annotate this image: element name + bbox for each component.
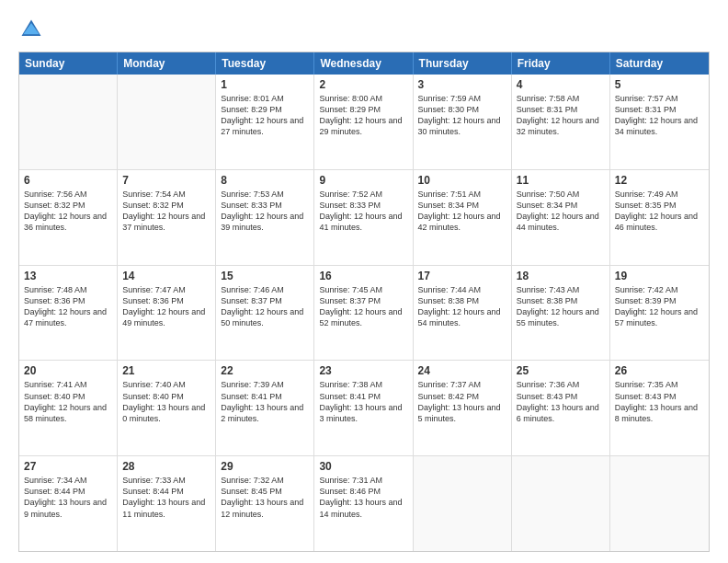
day-info: Sunrise: 7:56 AM Sunset: 8:32 PM Dayligh… (24, 189, 112, 234)
day-info: Sunrise: 7:41 AM Sunset: 8:40 PM Dayligh… (24, 379, 112, 424)
calendar-cell: 3Sunrise: 7:59 AM Sunset: 8:30 PM Daylig… (414, 75, 512, 169)
day-number: 29 (221, 460, 309, 473)
calendar-cell: 17Sunrise: 7:44 AM Sunset: 8:38 PM Dayli… (414, 266, 512, 361)
day-info: Sunrise: 7:44 AM Sunset: 8:38 PM Dayligh… (418, 284, 506, 329)
day-number: 26 (615, 364, 704, 377)
calendar-cell: 16Sunrise: 7:45 AM Sunset: 8:37 PM Dayli… (314, 266, 413, 361)
day-info: Sunrise: 7:49 AM Sunset: 8:35 PM Dayligh… (615, 189, 704, 234)
day-number: 18 (517, 270, 605, 282)
day-info: Sunrise: 7:58 AM Sunset: 8:31 PM Dayligh… (517, 93, 605, 138)
calendar-cell: 28Sunrise: 7:33 AM Sunset: 8:44 PM Dayli… (118, 456, 216, 551)
day-of-week-header: Friday (512, 52, 610, 75)
calendar-cell: 26Sunrise: 7:35 AM Sunset: 8:43 PM Dayli… (610, 361, 709, 455)
header (18, 17, 710, 42)
calendar-cell: 15Sunrise: 7:46 AM Sunset: 8:37 PM Dayli… (216, 266, 314, 361)
day-number: 7 (122, 174, 210, 187)
calendar-cell: 13Sunrise: 7:48 AM Sunset: 8:36 PM Dayli… (19, 266, 118, 361)
calendar-cell (118, 75, 216, 169)
day-number: 4 (517, 78, 605, 91)
day-info: Sunrise: 7:36 AM Sunset: 8:43 PM Dayligh… (517, 379, 605, 424)
calendar-week-row: 1Sunrise: 8:01 AM Sunset: 8:29 PM Daylig… (19, 75, 709, 170)
day-info: Sunrise: 7:59 AM Sunset: 8:30 PM Dayligh… (418, 93, 506, 138)
day-number: 5 (615, 78, 704, 91)
day-info: Sunrise: 7:46 AM Sunset: 8:37 PM Dayligh… (221, 284, 309, 329)
day-number: 25 (517, 364, 605, 377)
day-info: Sunrise: 7:50 AM Sunset: 8:34 PM Dayligh… (517, 189, 605, 234)
day-info: Sunrise: 7:57 AM Sunset: 8:31 PM Dayligh… (615, 93, 704, 138)
day-number: 2 (319, 78, 407, 91)
calendar-cell: 2Sunrise: 8:00 AM Sunset: 8:29 PM Daylig… (314, 75, 413, 169)
calendar-cell: 23Sunrise: 7:38 AM Sunset: 8:41 PM Dayli… (314, 361, 413, 455)
day-of-week-header: Sunday (19, 52, 118, 75)
day-info: Sunrise: 7:42 AM Sunset: 8:39 PM Dayligh… (615, 284, 704, 329)
calendar-cell: 4Sunrise: 7:58 AM Sunset: 8:31 PM Daylig… (512, 75, 610, 169)
calendar-cell: 14Sunrise: 7:47 AM Sunset: 8:36 PM Dayli… (118, 266, 216, 361)
day-number: 23 (319, 364, 407, 377)
calendar-cell: 21Sunrise: 7:40 AM Sunset: 8:40 PM Dayli… (118, 361, 216, 455)
calendar-week-row: 6Sunrise: 7:56 AM Sunset: 8:32 PM Daylig… (19, 170, 709, 266)
calendar-week-row: 13Sunrise: 7:48 AM Sunset: 8:36 PM Dayli… (19, 266, 709, 362)
calendar-cell: 20Sunrise: 7:41 AM Sunset: 8:40 PM Dayli… (19, 361, 118, 455)
logo-icon (18, 17, 44, 42)
day-info: Sunrise: 7:40 AM Sunset: 8:40 PM Dayligh… (122, 379, 210, 424)
calendar-cell: 24Sunrise: 7:37 AM Sunset: 8:42 PM Dayli… (414, 361, 512, 455)
calendar-header: SundayMondayTuesdayWednesdayThursdayFrid… (19, 52, 709, 75)
day-number: 6 (24, 174, 112, 187)
calendar-cell: 18Sunrise: 7:43 AM Sunset: 8:38 PM Dayli… (512, 266, 610, 361)
day-number: 13 (24, 270, 112, 282)
day-number: 17 (418, 270, 506, 282)
calendar-cell (512, 456, 610, 551)
day-info: Sunrise: 7:48 AM Sunset: 8:36 PM Dayligh… (24, 284, 112, 329)
day-info: Sunrise: 7:52 AM Sunset: 8:33 PM Dayligh… (319, 189, 407, 234)
day-info: Sunrise: 7:53 AM Sunset: 8:33 PM Dayligh… (221, 189, 309, 234)
day-number: 15 (221, 270, 309, 282)
day-number: 1 (221, 78, 309, 91)
day-number: 27 (24, 460, 112, 473)
day-info: Sunrise: 7:35 AM Sunset: 8:43 PM Dayligh… (615, 379, 704, 424)
calendar-week-row: 27Sunrise: 7:34 AM Sunset: 8:44 PM Dayli… (19, 456, 709, 551)
day-of-week-header: Saturday (610, 52, 709, 75)
calendar-cell: 30Sunrise: 7:31 AM Sunset: 8:46 PM Dayli… (314, 456, 413, 551)
day-info: Sunrise: 7:43 AM Sunset: 8:38 PM Dayligh… (517, 284, 605, 329)
calendar-cell (414, 456, 512, 551)
day-number: 24 (418, 364, 506, 377)
calendar-cell (610, 456, 709, 551)
calendar-cell: 7Sunrise: 7:54 AM Sunset: 8:32 PM Daylig… (118, 170, 216, 265)
day-of-week-header: Thursday (414, 52, 512, 75)
day-info: Sunrise: 7:33 AM Sunset: 8:44 PM Dayligh… (122, 475, 210, 520)
day-info: Sunrise: 7:47 AM Sunset: 8:36 PM Dayligh… (122, 284, 210, 329)
calendar-body: 1Sunrise: 8:01 AM Sunset: 8:29 PM Daylig… (19, 75, 709, 551)
day-number: 14 (122, 270, 210, 282)
calendar-cell: 12Sunrise: 7:49 AM Sunset: 8:35 PM Dayli… (610, 170, 709, 265)
calendar-cell: 1Sunrise: 8:01 AM Sunset: 8:29 PM Daylig… (216, 75, 314, 169)
logo (18, 17, 48, 42)
day-number: 16 (319, 270, 407, 282)
svg-marker-1 (23, 23, 40, 34)
calendar-cell: 29Sunrise: 7:32 AM Sunset: 8:45 PM Dayli… (216, 456, 314, 551)
calendar-cell: 25Sunrise: 7:36 AM Sunset: 8:43 PM Dayli… (512, 361, 610, 455)
day-info: Sunrise: 8:01 AM Sunset: 8:29 PM Dayligh… (221, 93, 309, 138)
calendar: SundayMondayTuesdayWednesdayThursdayFrid… (18, 52, 710, 552)
day-number: 30 (319, 460, 407, 473)
day-number: 8 (221, 174, 309, 187)
page: SundayMondayTuesdayWednesdayThursdayFrid… (0, 0, 728, 563)
day-info: Sunrise: 7:39 AM Sunset: 8:41 PM Dayligh… (221, 379, 309, 424)
day-number: 20 (24, 364, 112, 377)
day-info: Sunrise: 7:38 AM Sunset: 8:41 PM Dayligh… (319, 379, 407, 424)
day-of-week-header: Tuesday (216, 52, 314, 75)
calendar-cell: 22Sunrise: 7:39 AM Sunset: 8:41 PM Dayli… (216, 361, 314, 455)
day-info: Sunrise: 7:45 AM Sunset: 8:37 PM Dayligh… (319, 284, 407, 329)
calendar-cell: 5Sunrise: 7:57 AM Sunset: 8:31 PM Daylig… (610, 75, 709, 169)
day-info: Sunrise: 7:31 AM Sunset: 8:46 PM Dayligh… (319, 475, 407, 520)
day-info: Sunrise: 7:34 AM Sunset: 8:44 PM Dayligh… (24, 475, 112, 520)
calendar-cell: 6Sunrise: 7:56 AM Sunset: 8:32 PM Daylig… (19, 170, 118, 265)
day-info: Sunrise: 7:54 AM Sunset: 8:32 PM Dayligh… (122, 189, 210, 234)
day-info: Sunrise: 7:37 AM Sunset: 8:42 PM Dayligh… (418, 379, 506, 424)
day-info: Sunrise: 7:32 AM Sunset: 8:45 PM Dayligh… (221, 475, 309, 520)
day-number: 28 (122, 460, 210, 473)
calendar-cell: 8Sunrise: 7:53 AM Sunset: 8:33 PM Daylig… (216, 170, 314, 265)
calendar-cell (19, 75, 118, 169)
day-info: Sunrise: 8:00 AM Sunset: 8:29 PM Dayligh… (319, 93, 407, 138)
calendar-cell: 10Sunrise: 7:51 AM Sunset: 8:34 PM Dayli… (414, 170, 512, 265)
calendar-cell: 27Sunrise: 7:34 AM Sunset: 8:44 PM Dayli… (19, 456, 118, 551)
